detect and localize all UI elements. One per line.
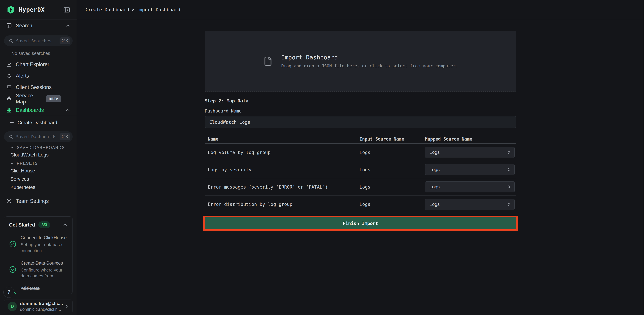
- input-source-cell: Logs: [360, 150, 425, 155]
- sidebar-spacer: [0, 207, 77, 216]
- chevron-up-icon[interactable]: [62, 222, 68, 227]
- chevron-down-icon: [10, 161, 14, 166]
- click-target-annotation: Finish Import: [203, 216, 518, 231]
- nav-label: Alerts: [16, 73, 29, 79]
- column-header-mapped-source: Mapped Source Name: [425, 137, 516, 142]
- mapped-source-select[interactable]: Logs: [425, 199, 515, 210]
- user-account-button[interactable]: D dominic.tran@clic... dominic.tran@clic…: [4, 299, 73, 313]
- main-area: Create Dashboard > Import Dashboard Impo…: [77, 0, 644, 315]
- file-icon: [263, 55, 273, 68]
- mapped-source-select[interactable]: Logs: [425, 147, 515, 158]
- sidebar-item-kubernetes[interactable]: Kubernetes: [0, 183, 77, 191]
- sidebar-item-cloudwatch-logs[interactable]: CloudWatch Logs: [0, 151, 77, 159]
- checklist-item-add-data: Add Data Start sending logs, metrics, or…: [9, 285, 68, 294]
- team-settings-label: Team Settings: [16, 198, 49, 204]
- checklist-title: Connect to ClickHouse: [21, 235, 68, 241]
- finish-import-button[interactable]: Finish Import: [205, 217, 516, 229]
- presets-group-toggle[interactable]: PRESETS: [0, 160, 77, 167]
- beta-badge: BETA: [46, 95, 61, 102]
- chart-name-cell: Error messages (severity 'ERROR' or 'FAT…: [205, 184, 360, 190]
- chevrons-up-down-icon: [506, 150, 512, 155]
- input-source-cell: Logs: [360, 202, 425, 207]
- checklist-item-sources: Create Data Sources Configure where your…: [9, 260, 68, 279]
- dashboards-grid-icon: [6, 107, 12, 113]
- app-window: HyperDX Search Saved Searches ⌘K No save…: [0, 0, 644, 315]
- breadcrumb-separator: >: [132, 7, 134, 12]
- bell-icon: [6, 73, 12, 79]
- sidebar-item-services[interactable]: Services: [0, 175, 77, 183]
- scrollbar[interactable]: [643, 0, 644, 315]
- breadcrumb: Create Dashboard > Import Dashboard: [77, 0, 644, 19]
- user-email: dominic.tran@clickh...: [20, 306, 61, 312]
- sidebar-item-dashboards[interactable]: Dashboards: [0, 104, 77, 116]
- user-name: dominic.tran@clic...: [20, 301, 61, 306]
- create-dashboard-label: Create Dashboard: [18, 120, 57, 125]
- no-saved-searches-text: No saved searches: [12, 51, 77, 56]
- dashboard-name-label: Dashboard Name: [205, 109, 516, 114]
- check-circle-icon: [9, 266, 16, 273]
- sidebar-item-service-map[interactable]: Service Map BETA: [0, 93, 77, 104]
- sidebar-collapse-icon[interactable]: [63, 6, 70, 14]
- saved-dashboards-input[interactable]: Saved Dashboards ⌘K: [4, 131, 73, 142]
- get-started-title: Get Started: [9, 222, 35, 228]
- import-panel: Import Dashboard Drag and drop a JSON fi…: [205, 31, 516, 231]
- sidebar-item-alerts[interactable]: Alerts: [0, 70, 77, 82]
- table-row: Error messages (severity 'ERROR' or 'FAT…: [205, 178, 516, 196]
- select-value: Logs: [430, 184, 440, 190]
- select-value: Logs: [430, 150, 440, 155]
- saved-searches-input[interactable]: Saved Searches ⌘K: [4, 36, 73, 46]
- plus-icon: [10, 120, 14, 125]
- shortcut-badge: ⌘K: [60, 38, 70, 44]
- sidebar-item-client-sessions[interactable]: Client Sessions: [0, 82, 77, 93]
- checklist-subtitle: Start sending logs, metrics, or traces: [21, 292, 68, 294]
- sidebar-nav: Chart Explorer Alerts Client Sessions Se…: [0, 59, 77, 116]
- chevrons-up-down-icon: [506, 184, 512, 190]
- json-dropzone[interactable]: Import Dashboard Drag and drop a JSON fi…: [205, 31, 516, 92]
- create-dashboard-button[interactable]: Create Dashboard: [0, 118, 77, 128]
- checklist-title: Create Data Sources: [21, 260, 68, 266]
- chevron-right-icon: [64, 304, 69, 309]
- sidebar-item-chart-explorer[interactable]: Chart Explorer: [0, 59, 77, 70]
- get-started-card: Get Started 3/3 Connect to ClickHouse Se…: [4, 216, 73, 294]
- mapped-source-select[interactable]: Logs: [425, 181, 515, 192]
- search-icon: [8, 38, 14, 43]
- chevron-up-icon: [65, 107, 71, 113]
- sidebar-item-clickhouse[interactable]: ClickHouse: [0, 167, 77, 175]
- dashboard-name-input[interactable]: [205, 116, 516, 128]
- gear-icon: [6, 198, 12, 204]
- saved-dashboards-group-toggle[interactable]: SAVED DASHBOARDS: [0, 144, 77, 151]
- chevrons-up-down-icon: [506, 167, 512, 172]
- select-value: Logs: [430, 167, 440, 172]
- laptop-icon: [6, 84, 12, 90]
- group-label: PRESETS: [17, 161, 38, 166]
- checklist-title: Add Data: [21, 285, 68, 291]
- breadcrumb-import-dashboard: Import Dashboard: [136, 7, 180, 12]
- sidebar-section-search[interactable]: Search: [0, 19, 77, 32]
- mapped-source-select[interactable]: Logs: [425, 164, 515, 175]
- sidebar-item-team-settings[interactable]: Team Settings: [0, 195, 77, 207]
- help-button[interactable]: ?: [3, 287, 14, 298]
- breadcrumb-create-dashboard[interactable]: Create Dashboard: [86, 7, 129, 12]
- input-source-cell: Logs: [360, 184, 425, 190]
- checklist-subtitle: Configure where your data comes from: [21, 267, 68, 279]
- chart-explorer-icon: [6, 62, 12, 68]
- checklist-subtitle: Set up your database connection: [21, 242, 68, 253]
- saved-searches-placeholder: Saved Searches: [16, 39, 52, 43]
- nav-label: Dashboards: [16, 107, 44, 113]
- chart-name-cell: Logs by severity: [205, 167, 360, 172]
- select-value: Logs: [430, 202, 440, 207]
- table-row: Log volume by log group Logs Logs: [205, 144, 516, 161]
- dropzone-subtitle: Drag and drop a JSON file here, or click…: [281, 64, 458, 68]
- nav-label: Service Map: [16, 93, 42, 105]
- saved-dashboards-placeholder: Saved Dashboards: [16, 134, 56, 139]
- chevrons-up-down-icon: [506, 202, 512, 207]
- check-circle-icon: [9, 240, 16, 248]
- dropzone-title: Import Dashboard: [281, 54, 458, 61]
- hyperdx-logo-icon: [6, 5, 16, 14]
- chart-name-cell: Log volume by log group: [205, 150, 360, 155]
- step-title: Step 2: Map Data: [205, 98, 516, 103]
- get-started-header: Get Started 3/3: [9, 221, 68, 228]
- search-section-label: Search: [16, 23, 32, 29]
- table-row: Error distribution by log group Logs Log…: [205, 196, 516, 213]
- checklist-item-connect: Connect to ClickHouse Set up your databa…: [9, 235, 68, 254]
